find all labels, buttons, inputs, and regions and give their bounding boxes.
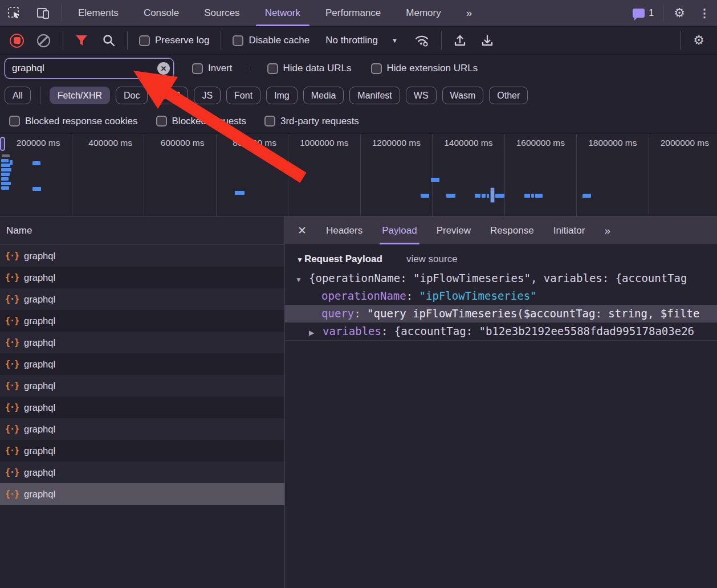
hide-extension-urls-checkbox[interactable]: Hide extension URLs: [365, 63, 484, 74]
overview-request-bar[interactable]: [431, 178, 439, 182]
settings-button[interactable]: ⚙: [667, 0, 692, 26]
filter-chip-ws[interactable]: WS: [406, 87, 437, 104]
network-overview[interactable]: 200000 ms400000 ms600000 ms800000 ms1000…: [0, 134, 717, 217]
filter-input[interactable]: [5, 58, 174, 79]
filter-chip-css[interactable]: CSS: [153, 87, 188, 104]
network-settings-button[interactable]: ⚙: [686, 33, 711, 48]
overview-request-bar[interactable]: [1, 177, 9, 181]
blocked-requests-checkbox-box[interactable]: [156, 116, 167, 126]
overview-request-bar[interactable]: [531, 194, 534, 198]
payload-line[interactable]: query: "query ipFlowTimeseries($accountT…: [285, 305, 717, 322]
device-toolbar-icon[interactable]: [28, 0, 58, 26]
overview-request-bar[interactable]: [32, 187, 41, 191]
record-network-log-button[interactable]: [10, 34, 24, 48]
filter-chip-img[interactable]: Img: [266, 87, 298, 104]
request-row[interactable]: {·}graphql: [0, 245, 284, 267]
details-tab-preview[interactable]: Preview: [429, 217, 479, 244]
issues-button[interactable]: 1: [627, 0, 659, 26]
import-har-button[interactable]: [447, 34, 472, 47]
overview-request-bar[interactable]: [487, 194, 489, 198]
request-row[interactable]: {·}graphql: [0, 483, 284, 505]
request-row[interactable]: {·}graphql: [0, 462, 284, 483]
filter-chip-other[interactable]: Other: [489, 87, 528, 104]
tab-console[interactable]: Console: [131, 0, 192, 26]
more-details-tabs-button[interactable]: »: [596, 217, 620, 244]
payload-line[interactable]: ▼{operationName: "ipFlowTimeseries", var…: [285, 270, 717, 287]
filter-chip-fetch-xhr[interactable]: Fetch/XHR: [50, 87, 110, 104]
overview-request-bar[interactable]: [495, 194, 504, 198]
filter-chip-media[interactable]: Media: [303, 87, 344, 104]
collapsed-triangle-icon[interactable]: ▶: [309, 324, 323, 340]
tab-elements[interactable]: Elements: [66, 0, 131, 26]
collapse-triangle-icon[interactable]: ▼: [296, 256, 303, 264]
overview-request-bar[interactable]: [32, 161, 40, 165]
details-tab-headers[interactable]: Headers: [318, 217, 370, 244]
overview-slider-handle[interactable]: [0, 137, 5, 151]
request-row[interactable]: {·}graphql: [0, 332, 284, 353]
filter-chip-wasm[interactable]: Wasm: [442, 87, 484, 104]
overview-request-bar[interactable]: [421, 194, 429, 198]
checkbox-box[interactable]: [233, 35, 243, 46]
overview-request-bar[interactable]: [475, 194, 480, 198]
filter-chip-js[interactable]: JS: [194, 87, 221, 104]
request-row[interactable]: {·}graphql: [0, 418, 284, 440]
filter-chip-font[interactable]: Font: [226, 87, 260, 104]
filter-chip-manifest[interactable]: Manifest: [349, 87, 400, 104]
overview-request-bar[interactable]: [1, 182, 11, 185]
overview-request-bar[interactable]: [1, 159, 9, 162]
invert-checkbox[interactable]: Invert: [186, 63, 238, 74]
tab-memory[interactable]: Memory: [393, 0, 453, 26]
hide-data-urls-checkbox-box[interactable]: [267, 63, 278, 74]
checkbox-box[interactable]: [139, 35, 150, 46]
overview-request-bar[interactable]: [524, 194, 530, 198]
search-button[interactable]: [96, 34, 121, 47]
3rd-party-requests-checkbox-box[interactable]: [264, 116, 275, 126]
expanded-triangle-icon[interactable]: ▼: [295, 271, 309, 287]
overview-request-bar[interactable]: [482, 194, 486, 198]
blocked-requests-checkbox[interactable]: Blocked requests: [150, 116, 252, 127]
overview-request-bar[interactable]: [446, 194, 455, 198]
invert-checkbox-box[interactable]: [192, 63, 203, 74]
filter-toggle-button[interactable]: [69, 34, 94, 47]
overview-request-bar[interactable]: [1, 186, 9, 190]
3rd-party-requests-checkbox[interactable]: 3rd-party requests: [259, 116, 365, 127]
filter-chip-doc[interactable]: Doc: [116, 87, 148, 104]
request-row[interactable]: {·}graphql: [0, 440, 284, 462]
disable-cache-checkbox[interactable]: Disable cache: [227, 35, 315, 46]
export-har-button[interactable]: [475, 34, 500, 47]
overview-request-bar[interactable]: [1, 173, 10, 176]
details-tab-initiator[interactable]: Initiator: [545, 217, 593, 244]
overview-request-bar[interactable]: [235, 191, 245, 195]
overview-request-bar[interactable]: [1, 168, 11, 172]
overview-request-bar[interactable]: [10, 160, 13, 165]
request-row[interactable]: {·}graphql: [0, 397, 284, 418]
name-column-header[interactable]: Name: [0, 217, 284, 245]
hide-data-urls-checkbox[interactable]: Hide data URLs: [262, 63, 357, 74]
tab-performance[interactable]: Performance: [313, 0, 393, 26]
request-row[interactable]: {·}graphql: [0, 375, 284, 397]
request-row[interactable]: {·}graphql: [0, 267, 284, 288]
throttling-select[interactable]: No throttling ▼: [317, 35, 406, 46]
overview-request-bar[interactable]: [535, 194, 543, 198]
inspect-element-icon[interactable]: [0, 0, 28, 26]
clear-network-log-button[interactable]: [37, 34, 50, 47]
clear-filter-button[interactable]: ✕: [157, 62, 170, 75]
overview-request-bar[interactable]: [1, 164, 10, 167]
request-row[interactable]: {·}graphql: [0, 310, 284, 332]
filter-chip-all[interactable]: All: [5, 87, 31, 104]
tab-network[interactable]: Network: [252, 0, 313, 26]
payload-line[interactable]: ▶variables: {accountTag: "b12e3b2192ee55…: [285, 322, 717, 340]
close-details-button[interactable]: ✕: [290, 217, 315, 244]
tab-sources[interactable]: Sources: [192, 0, 252, 26]
request-row[interactable]: {·}graphql: [0, 353, 284, 375]
blocked-response-cookies-checkbox-box[interactable]: [9, 116, 20, 126]
blocked-response-cookies-checkbox[interactable]: Blocked response cookies: [3, 116, 144, 127]
hide-extension-urls-checkbox-box[interactable]: [371, 63, 382, 74]
overview-request-bar[interactable]: [582, 194, 591, 198]
payload-line[interactable]: operationName: "ipFlowTimeseries": [285, 287, 717, 305]
details-tab-response[interactable]: Response: [482, 217, 542, 244]
network-conditions-button[interactable]: [408, 34, 435, 47]
preserve-log-checkbox[interactable]: Preserve log: [133, 35, 215, 46]
view-source-link[interactable]: view source: [406, 254, 458, 265]
overview-selected-marker[interactable]: [490, 187, 495, 203]
